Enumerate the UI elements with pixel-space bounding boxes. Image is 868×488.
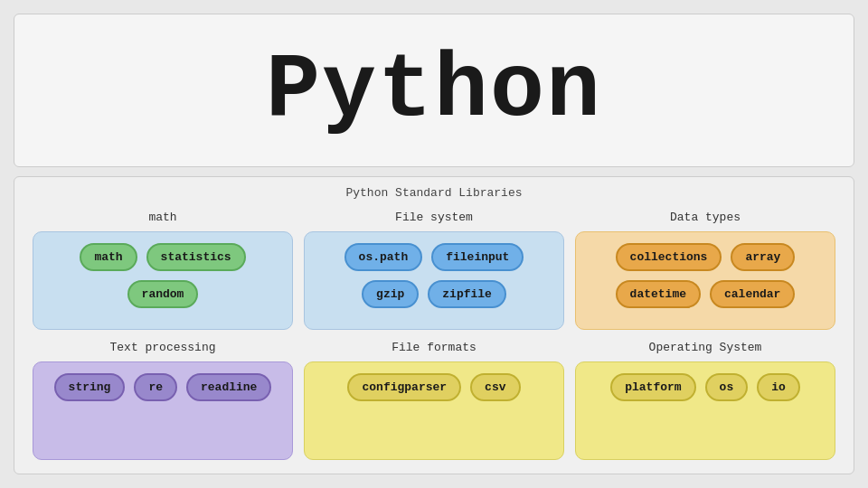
tag-re: re bbox=[134, 373, 177, 401]
category-label-fileformats: File formats bbox=[392, 341, 476, 354]
category-fileformats: File formatsconfigparsercsv bbox=[304, 341, 564, 460]
panel-title: Python Standard Libraries bbox=[33, 186, 835, 200]
category-label-textprocessing: Text processing bbox=[109, 341, 215, 354]
category-inner-operatingsystem: platformosio bbox=[575, 361, 835, 460]
python-title: Python bbox=[266, 40, 602, 142]
tag-statistics: statistics bbox=[146, 243, 246, 271]
tag-os: os bbox=[705, 373, 749, 401]
tag-calendar: calendar bbox=[710, 280, 795, 308]
categories-grid: mathmathstatisticsrandomFile systemos.pa… bbox=[33, 211, 835, 460]
tag-datetime: datetime bbox=[616, 280, 701, 308]
category-inner-textprocessing: stringrereadline bbox=[33, 361, 293, 460]
tag-gzip: gzip bbox=[362, 280, 419, 308]
tag-zipfile: zipfile bbox=[428, 280, 506, 308]
bottom-panel: Python Standard Libraries mathmathstatis… bbox=[14, 176, 854, 474]
category-datatypes: Data typescollectionsarraydatetimecalend… bbox=[575, 211, 835, 330]
category-label-datatypes: Data types bbox=[670, 211, 741, 224]
tag-string: string bbox=[54, 373, 126, 401]
tag-math: math bbox=[80, 243, 137, 271]
tag-random: random bbox=[127, 280, 199, 308]
tag-configparser: configparser bbox=[347, 373, 461, 401]
category-inner-fileformats: configparsercsv bbox=[304, 361, 564, 460]
category-inner-datatypes: collectionsarraydatetimecalendar bbox=[575, 231, 835, 330]
category-inner-math: mathstatisticsrandom bbox=[33, 231, 293, 330]
tag-readline: readline bbox=[186, 373, 271, 401]
category-textprocessing: Text processingstringrereadline bbox=[33, 341, 293, 460]
top-panel: Python bbox=[14, 14, 854, 167]
category-math: mathmathstatisticsrandom bbox=[33, 211, 293, 330]
tag-platform: platform bbox=[610, 373, 695, 401]
category-inner-filesystem: os.pathfileinputgzipzipfile bbox=[304, 231, 564, 330]
category-label-operatingsystem: Operating System bbox=[649, 341, 762, 354]
category-operatingsystem: Operating Systemplatformosio bbox=[575, 341, 835, 460]
tag-array: array bbox=[731, 243, 795, 271]
tag-fileinput: fileinput bbox=[431, 243, 524, 271]
tag-collections: collections bbox=[616, 243, 722, 271]
tag-io: io bbox=[757, 373, 800, 401]
main-wrapper: Python Python Standard Libraries mathmat… bbox=[0, 0, 868, 488]
tag-os.path: os.path bbox=[344, 243, 423, 271]
category-label-filesystem: File system bbox=[395, 211, 473, 224]
category-filesystem: File systemos.pathfileinputgzipzipfile bbox=[304, 211, 564, 330]
category-label-math: math bbox=[148, 211, 176, 224]
tag-csv: csv bbox=[470, 373, 520, 401]
